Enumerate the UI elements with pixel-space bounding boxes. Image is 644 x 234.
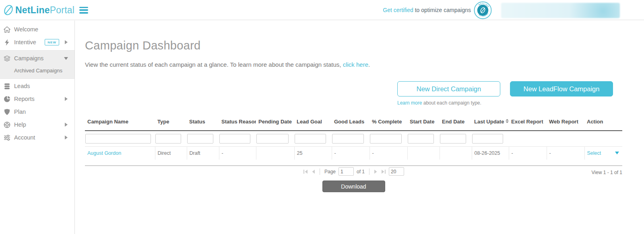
- new-leadflow-campaign-button[interactable]: New LeadFlow Campaign: [510, 81, 613, 96]
- netline-academy-badge-icon[interactable]: NETLINE ACADEMY: [474, 1, 492, 19]
- filter-input-status[interactable]: [187, 134, 213, 144]
- col-header-lead-goal[interactable]: Lead Goal: [294, 116, 332, 131]
- filter-input-good-leads[interactable]: [332, 134, 364, 144]
- page-number-input[interactable]: [339, 167, 354, 176]
- download-area: Download: [85, 181, 622, 192]
- row-select-link[interactable]: Select: [587, 150, 601, 156]
- pager: Page of 1 View 1 - 1 of 1: [85, 167, 622, 178]
- col-header-web-report[interactable]: Web Report: [547, 116, 584, 131]
- page-subtitle: View the current status of each campaign…: [85, 61, 644, 68]
- life-ring-icon: [4, 121, 10, 128]
- sidebar-nav: Welcome Intentive NEW Campaigns Archived…: [0, 21, 75, 234]
- main-content: Campaign Dashboard View the current stat…: [75, 21, 644, 234]
- sidebar-item-reports[interactable]: Reports: [0, 92, 74, 105]
- pie-chart-icon: [4, 96, 10, 103]
- sliders-icon: [4, 134, 10, 141]
- logo-text-bold: NetLine: [15, 5, 50, 15]
- get-certified-link[interactable]: Get certified: [383, 7, 413, 13]
- menu-hamburger-icon[interactable]: [79, 7, 88, 14]
- grid-header-row: Campaign Name Type Status Status Reason …: [85, 116, 622, 131]
- sidebar-item-welcome[interactable]: Welcome: [0, 23, 74, 36]
- campaigns-expanded-group: Campaigns Archived Campaigns: [0, 50, 74, 79]
- cell-last-update: 08-26-2025: [472, 147, 509, 160]
- cell-web-report: -: [547, 147, 584, 160]
- cell-type: Direct: [155, 147, 187, 160]
- sidebar-item-archived-campaigns[interactable]: Archived Campaigns: [0, 65, 74, 76]
- col-header-type[interactable]: Type: [155, 116, 187, 131]
- col-header-end-date[interactable]: End Date: [440, 116, 472, 131]
- learn-more-text: Learn more about each campaign type.: [397, 100, 500, 106]
- new-badge: NEW: [45, 39, 59, 45]
- filter-input-type[interactable]: [155, 134, 181, 144]
- sidebar-item-intentive[interactable]: Intentive NEW: [0, 36, 74, 49]
- certify-rest-text: to optimize campaigns: [413, 7, 471, 13]
- pager-last-icon[interactable]: [381, 169, 386, 174]
- page-size-input[interactable]: [389, 167, 404, 176]
- sidebar-item-plan[interactable]: Plan: [0, 105, 74, 118]
- col-header-last-update[interactable]: Last Update: [472, 116, 509, 131]
- col-header-percent-complete[interactable]: % Complete: [369, 116, 407, 131]
- sidebar-item-label: Reports: [14, 96, 65, 102]
- pager-separator: [320, 168, 320, 175]
- netline-n-icon: [2, 4, 14, 16]
- cell-status-reason: -: [219, 147, 256, 160]
- lightning-icon: [4, 39, 10, 46]
- pager-next-icon[interactable]: [374, 169, 378, 174]
- campaign-grid: Campaign Name Type Status Status Reason …: [85, 116, 622, 178]
- chevron-right-icon: [65, 40, 68, 44]
- table-row: August Gordon Direct Draft - 25 - - 08-2…: [85, 147, 622, 160]
- sidebar-item-label: Leads: [14, 83, 74, 89]
- sidebar-item-label: Welcome: [14, 26, 74, 33]
- grid-filter-row: [85, 131, 622, 147]
- netline-logo[interactable]: NetLinePortal: [2, 4, 88, 16]
- sidebar-item-help[interactable]: Help: [0, 118, 74, 131]
- filter-input-start-date[interactable]: [408, 134, 434, 144]
- learn-more-link[interactable]: Learn more: [397, 100, 422, 106]
- chevron-right-icon: [65, 97, 68, 101]
- sidebar-item-account[interactable]: Account: [0, 131, 74, 144]
- filter-input-percent-complete[interactable]: [370, 134, 402, 144]
- logo-text: NetLinePortal: [15, 5, 74, 16]
- sort-icon[interactable]: [506, 119, 509, 123]
- sidebar-item-label: Account: [14, 134, 65, 141]
- top-bar: NetLinePortal Get certified to optimize …: [0, 0, 644, 20]
- redacted-user-area: [501, 3, 620, 18]
- cell-start-date: [407, 147, 440, 160]
- pager-prev-icon[interactable]: [311, 169, 315, 174]
- col-header-campaign-name[interactable]: Campaign Name: [85, 116, 155, 131]
- filter-input-status-reason[interactable]: [219, 134, 250, 144]
- page-title: Campaign Dashboard: [85, 39, 644, 52]
- campaign-name-link[interactable]: August Gordon: [87, 150, 121, 156]
- sidebar-item-campaigns[interactable]: Campaigns: [0, 52, 74, 65]
- col-header-status-reason[interactable]: Status Reason: [219, 116, 256, 131]
- filter-input-pending-date[interactable]: [256, 134, 289, 144]
- view-count-text: View 1 - 1 of 1: [592, 170, 623, 175]
- cell-end-date: [440, 147, 472, 160]
- page-label: Page: [324, 169, 336, 174]
- col-header-status[interactable]: Status: [187, 116, 219, 131]
- logo-text-light: Portal: [50, 5, 74, 15]
- col-header-start-date[interactable]: Start Date: [407, 116, 440, 131]
- shield-icon: [4, 109, 10, 115]
- cell-good-leads: -: [332, 147, 369, 160]
- sidebar-item-label: Help: [14, 121, 65, 128]
- col-header-pending-date[interactable]: Pending Date: [256, 116, 294, 131]
- filter-input-lead-goal[interactable]: [295, 134, 326, 144]
- cell-pending-date: [256, 147, 294, 160]
- filter-input-last-update[interactable]: [472, 134, 503, 144]
- download-button[interactable]: Download: [322, 181, 385, 192]
- col-header-action[interactable]: Action: [584, 116, 622, 131]
- col-header-good-leads[interactable]: Good Leads: [332, 116, 369, 131]
- sidebar-item-leads[interactable]: Leads: [0, 80, 74, 92]
- pager-first-icon[interactable]: [303, 169, 308, 174]
- chevron-down-icon: [64, 57, 68, 60]
- filter-input-end-date[interactable]: [440, 134, 466, 144]
- pager-separator: [369, 168, 369, 175]
- select-dropdown-caret-icon[interactable]: [615, 152, 619, 154]
- filter-input-campaign-name[interactable]: [85, 134, 151, 144]
- col-header-excel-report[interactable]: Excel Report: [509, 116, 547, 131]
- cell-excel-report: -: [509, 147, 547, 160]
- click-here-link[interactable]: click here: [343, 61, 368, 68]
- new-direct-campaign-button[interactable]: New Direct Campaign: [397, 81, 500, 96]
- page-of-label: of 1: [357, 169, 365, 174]
